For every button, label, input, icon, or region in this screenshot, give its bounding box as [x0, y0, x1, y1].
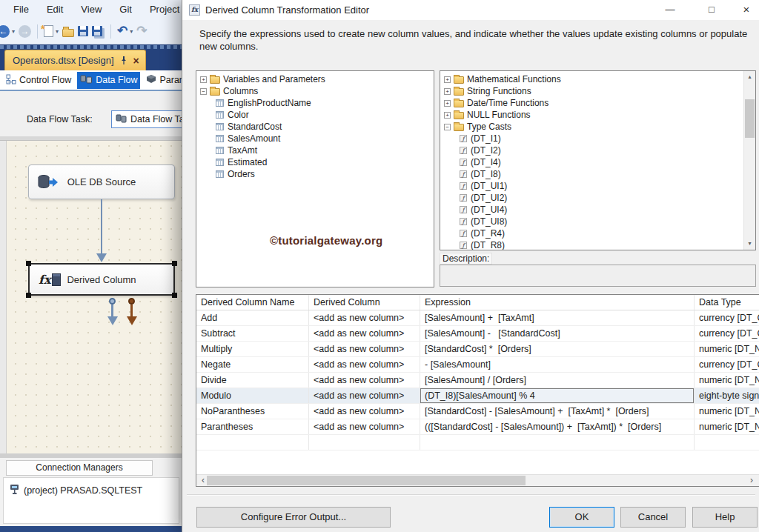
dialog-titlebar[interactable]: fx Derived Column Transformation Editor … [182, 0, 759, 20]
save-icon[interactable] [78, 26, 88, 36]
tab-close-icon[interactable]: × [133, 56, 139, 65]
redo-icon[interactable] [136, 26, 147, 36]
expression-cell[interactable]: - [SalesAmount] [420, 357, 695, 372]
expression-cell[interactable]: [SalesAmount] - [StandardCost] [420, 326, 695, 341]
data-flow-canvas[interactable]: OLE DB Source fx Derived Column [0, 141, 182, 453]
output-port-blue[interactable] [109, 298, 116, 305]
tree-item[interactable]: Color [196, 109, 434, 121]
tree-item[interactable]: Orders [196, 168, 434, 180]
grid-row[interactable]: Negate<add as new column>- [SalesAmount]… [196, 357, 759, 373]
expression-cell[interactable]: (DT_I8)[SalesAmount] % 4 [420, 388, 695, 403]
maximize-button[interactable]: □ [697, 0, 726, 20]
undo-icon[interactable] [117, 26, 127, 36]
tab-control-flow[interactable]: Control Flow [3, 72, 74, 89]
tree-item[interactable]: ƒ(DT_UI8) [440, 216, 743, 227]
data-type-cell[interactable]: numeric [DT_NUMERIC] [695, 373, 759, 388]
grid-row[interactable]: Add<add as new column>[SalesAmount] + [T… [196, 310, 759, 326]
tree-item[interactable]: ƒ(DT_UI4) [440, 204, 743, 216]
scroll-right-icon[interactable]: › [746, 475, 757, 486]
tree-item[interactable]: ƒ(DT_UI1) [440, 180, 743, 192]
tree-item[interactable]: StandardCost [196, 121, 434, 133]
menu-item-file[interactable]: File [4, 4, 38, 15]
scroll-down-icon[interactable]: ▾ [744, 239, 755, 249]
grid-row[interactable]: Parantheses<add as new column>(([Standar… [196, 419, 759, 435]
tree-item[interactable]: +String Functions [440, 85, 743, 97]
grid-header-cell[interactable]: Derived Column [309, 295, 420, 310]
tree-item[interactable]: Estimated [196, 156, 434, 168]
tree-item[interactable]: +NULL Functions [440, 109, 743, 121]
dropdown-caret-icon[interactable]: ▾ [12, 28, 15, 35]
derived-column-node[interactable]: fx Derived Column [28, 263, 175, 296]
tree-item[interactable]: ƒ(DT_I2) [440, 144, 743, 156]
close-button[interactable]: × [734, 0, 759, 20]
derived-column-cell[interactable]: <add as new column> [309, 388, 420, 403]
menu-item-view[interactable]: View [72, 4, 110, 15]
tree-item[interactable]: ƒ(DT_R4) [440, 227, 743, 239]
scroll-thumb[interactable] [207, 476, 526, 485]
output-arrow-blue[interactable] [111, 305, 113, 316]
dropdown-caret-icon[interactable]: ▾ [130, 28, 133, 35]
derived-column-name-cell[interactable]: Modulo [196, 388, 309, 403]
derived-column-name-cell[interactable]: Multiply [196, 342, 309, 356]
tree-item[interactable]: +Date/Time Functions [440, 97, 743, 109]
derived-column-cell[interactable]: <add as new column> [309, 404, 420, 419]
scroll-up-icon[interactable]: ▴ [744, 72, 755, 82]
derived-column-name-cell[interactable]: Subtract [196, 326, 309, 341]
collapse-icon[interactable]: − [200, 88, 207, 95]
expression-cell[interactable]: [SalesAmount] + [TaxAmt] [420, 310, 695, 325]
grid-row[interactable]: Subtract<add as new column>[SalesAmount]… [196, 326, 759, 342]
expand-icon[interactable]: + [444, 112, 451, 119]
output-arrow-brown[interactable] [130, 305, 133, 316]
selection-handle[interactable] [26, 293, 31, 298]
functions-tree[interactable]: +Mathematical Functions+String Functions… [440, 70, 756, 250]
open-icon[interactable] [62, 29, 74, 37]
derived-column-cell[interactable]: <add as new column> [309, 373, 420, 388]
derived-column-name-cell[interactable]: Parantheses [196, 419, 309, 434]
back-icon[interactable] [0, 25, 10, 38]
selection-handle[interactable] [172, 261, 177, 266]
connection-managers-header[interactable]: Connection Managers [6, 460, 153, 476]
pin-icon[interactable] [120, 56, 127, 65]
tree-item[interactable]: ƒ(DT_I4) [440, 156, 743, 168]
document-tab[interactable]: Operators.dtsx [Design] × [4, 50, 146, 70]
tree-item[interactable]: −Type Casts [440, 121, 743, 133]
expression-cell[interactable]: [StandardCost] * [Orders] [420, 342, 695, 356]
scroll-thumb[interactable] [745, 99, 755, 138]
ok-button[interactable]: OK [549, 507, 614, 528]
tree-item[interactable]: ƒ(DT_UI2) [440, 192, 743, 204]
derived-column-name-cell[interactable]: Add [196, 310, 309, 325]
expression-cell[interactable]: [StandardCost] - [SalesAmount] + [TaxAmt… [420, 404, 695, 419]
tree-item[interactable]: ƒ(DT_I8) [440, 168, 743, 180]
selection-handle[interactable] [26, 261, 31, 266]
help-button[interactable]: Help [692, 507, 758, 528]
menu-item-edit[interactable]: Edit [38, 4, 72, 15]
tab-data-flow[interactable]: Data Flow [77, 72, 140, 89]
tree-item[interactable]: SalesAmount [196, 133, 434, 144]
derived-column-cell[interactable]: <add as new column> [309, 357, 420, 372]
minimize-button[interactable]: — [655, 0, 685, 20]
new-file-icon[interactable] [44, 25, 53, 37]
data-type-cell[interactable]: eight-byte signed integer [DT_I8] [695, 388, 759, 403]
data-type-cell[interactable]: currency [DT_CY] [695, 357, 759, 372]
grid-row[interactable]: NoParantheses<add as new column>[Standar… [196, 404, 759, 419]
derived-column-cell[interactable]: <add as new column> [309, 310, 420, 325]
grid-header-cell[interactable]: Derived Column Name [196, 295, 309, 310]
functions-tree-scrollbar[interactable]: ▴ ▾ [743, 71, 755, 250]
derived-column-name-cell[interactable]: Negate [196, 357, 309, 372]
tree-item[interactable]: +Variables and Parameters [196, 73, 434, 85]
data-type-cell[interactable]: currency [DT_CY] [695, 326, 759, 341]
data-flow-task-dropdown[interactable]: Data Flow Task [111, 110, 182, 128]
selection-handle[interactable] [172, 293, 177, 298]
description-field[interactable] [440, 265, 756, 287]
data-type-cell[interactable]: numeric [DT_NUMERIC] [695, 404, 759, 419]
configure-error-output-button[interactable]: Configure Error Output... [196, 507, 391, 528]
expand-icon[interactable]: + [444, 88, 451, 95]
grid-row[interactable]: Multiply<add as new column>[StandardCost… [196, 342, 759, 357]
tree-item[interactable]: EnglishProductName [196, 97, 434, 109]
output-port-brown[interactable] [128, 298, 135, 305]
menu-item-git[interactable]: Git [110, 4, 141, 15]
derived-columns-grid[interactable]: Derived Column NameDerived ColumnExpress… [196, 294, 759, 487]
expand-icon[interactable]: + [444, 100, 451, 107]
tree-item[interactable]: ƒ(DT_R8) [440, 239, 743, 250]
tree-item[interactable]: +Mathematical Functions [440, 73, 743, 85]
